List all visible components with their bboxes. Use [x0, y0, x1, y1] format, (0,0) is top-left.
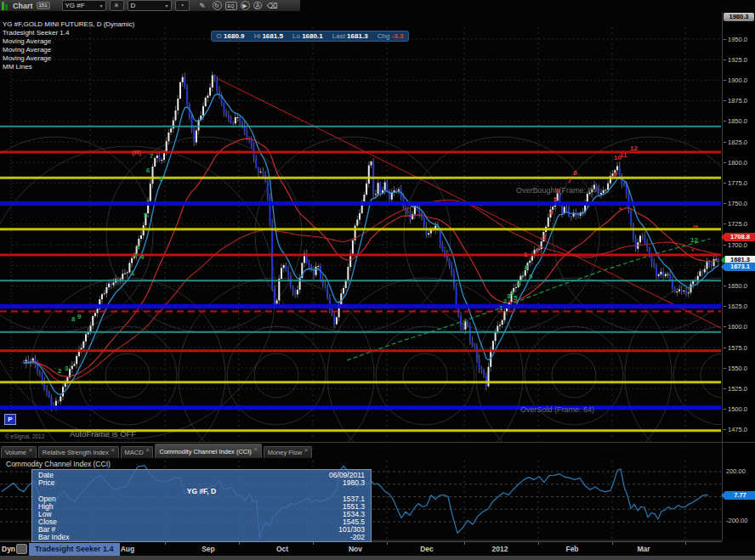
- green-count-label: 3: [136, 243, 140, 251]
- time-settings-button[interactable]: ◔: [175, 0, 190, 11]
- close-icon[interactable]: ×: [254, 446, 258, 452]
- pointer-price-badge: 1980.3: [724, 13, 754, 21]
- tab-relative-strength-index[interactable]: Relative Strength Index×: [38, 446, 119, 458]
- replay-button[interactable]: ▶: [241, 1, 250, 10]
- red-count-label: 2: [536, 246, 540, 254]
- interval-combo[interactable]: D ▾: [128, 0, 172, 11]
- auto-button[interactable]: Ⓐ: [253, 1, 263, 10]
- tooltip-barindex-label: Bar Index: [38, 534, 69, 541]
- legend-mm-lines: MM Lines: [3, 63, 134, 71]
- month-label-nov: Nov: [349, 545, 362, 553]
- close-icon[interactable]: ×: [29, 447, 32, 453]
- candle-wicks: [24, 71, 718, 411]
- ohlc-info-bar: O 1680.9 Hi 1681.5 Lo 1680.1 Last 1681.3…: [211, 31, 409, 42]
- green-count-label: 5: [514, 294, 518, 302]
- month-tick: [685, 542, 686, 545]
- month-label-feb: Feb: [565, 545, 578, 553]
- green-count-label: 7: [520, 274, 525, 281]
- green-count-label: 7: [150, 152, 154, 160]
- cci-axis-top-tick: 200.00: [726, 467, 746, 475]
- close-icon[interactable]: ×: [304, 447, 308, 453]
- red-count-label: 9: [613, 171, 617, 178]
- tab-macd[interactable]: MACD×: [121, 446, 154, 458]
- symbol-value: YG #F: [65, 2, 89, 9]
- price-badge-1708.8: 1708.8: [725, 233, 755, 241]
- cci-axis[interactable]: 200.00 -200.00 7.77: [722, 459, 755, 541]
- tab-money-flow[interactable]: Money Flow×: [264, 446, 312, 458]
- auto-icon: Ⓐ: [253, 0, 262, 12]
- price-tick: 1850.0: [723, 117, 755, 125]
- interval-value: D: [131, 2, 155, 9]
- green-count-label: 5: [144, 212, 148, 219]
- autoframe-status: AutoFrame is OFF: [70, 429, 136, 438]
- symbol-combo[interactable]: YG #F ▾: [62, 0, 106, 11]
- green-count-label: 1: [499, 304, 503, 312]
- erase-button[interactable]: ⌫: [266, 2, 279, 10]
- copyright-label: © eSignal, 2012: [5, 433, 44, 439]
- quote-icon: EQ: [228, 3, 235, 8]
- clock-icon: ◔: [180, 2, 184, 9]
- cci-panel-title: Commodity Channel Index (CCI): [6, 460, 111, 468]
- toolbar: Chart 151 YG #F ▾ ✳ D ▾ ◔ ✎ ↻ EQ ▶ Ⓐ ⌫: [0, 0, 300, 11]
- month-label-mar: Mar: [637, 545, 650, 553]
- green-count-label: 1: [131, 269, 135, 277]
- app-icon: [2, 2, 9, 10]
- oversold-label: OverSold (Frame: 64): [520, 405, 594, 414]
- change-label: Chg: [378, 32, 390, 40]
- open-value: 1680.9: [224, 32, 244, 40]
- draw-tool-button[interactable]: ✎: [196, 2, 209, 10]
- red-count-label: 7: [568, 177, 572, 184]
- up-candles: [26, 76, 718, 408]
- red-count-label: 1: [524, 251, 528, 258]
- tab-volume[interactable]: Volume×: [1, 446, 37, 458]
- price-tick: 1475.0: [723, 426, 755, 433]
- red-count-label: 8: [573, 169, 577, 177]
- legend-moving-average-3: Moving Average: [3, 54, 134, 63]
- close-icon[interactable]: ×: [111, 447, 115, 453]
- red-count-label: 3: [542, 234, 547, 241]
- price-tick: 1825.0: [723, 139, 755, 146]
- quote-board-button[interactable]: EQ: [225, 2, 237, 10]
- tab-commodity-channel-index-cci-[interactable]: Commodity Channel Index (CCI)×: [155, 444, 261, 458]
- tab-label: Commodity Channel Index (CCI): [159, 448, 251, 455]
- green-count-label: 6: [146, 167, 150, 174]
- tooltip-barindex-value: -202: [350, 534, 365, 541]
- month-tick: [387, 542, 388, 545]
- dynamic-mode-label[interactable]: Dyn: [2, 545, 15, 553]
- price-tick: 1650.0: [723, 282, 755, 290]
- green-trend-curve: [347, 239, 710, 360]
- eraser-icon: ⌫: [267, 2, 278, 10]
- reload-button[interactable]: ↻: [213, 1, 222, 10]
- price-chart-canvas[interactable]: 12345679238912345678912123456789101112(R…: [0, 12, 721, 442]
- price-tick: 1525.0: [723, 385, 755, 393]
- tooltip-symbol-header: YG #F, D: [38, 487, 365, 495]
- low-value: 1680.1: [302, 32, 322, 40]
- last-label: Last: [332, 32, 345, 40]
- overbought-label: OverBought (Frame: 64): [516, 186, 599, 195]
- statusbar-app-label: Tradesight Seeker 1.4: [29, 543, 120, 556]
- cci-value-badge: 7.77: [725, 491, 755, 500]
- candlesticks: [23, 71, 719, 411]
- low-label: Lo: [292, 32, 300, 40]
- price-tick: 1775.0: [723, 179, 755, 187]
- month-tick: [239, 542, 240, 545]
- mode-icon[interactable]: [16, 544, 27, 554]
- month-tick: [612, 542, 613, 545]
- play-icon: ▶: [242, 3, 247, 9]
- legend-moving-average-1: Moving Average: [3, 37, 134, 46]
- period-marker-badge[interactable]: P: [4, 414, 16, 425]
- price-tick: 1625.0: [723, 303, 755, 310]
- gear-icon: ✳: [114, 2, 120, 9]
- high-value: 1681.5: [262, 32, 282, 40]
- legend-symbol-line: YG #F,GOLD MINI FUTURES, D (Dynamic): [3, 20, 134, 29]
- chart-legend: YG #F,GOLD MINI FUTURES, D (Dynamic) Tra…: [3, 20, 134, 71]
- price-tick: 1875.0: [723, 97, 755, 105]
- tab-label: Volume: [5, 449, 26, 456]
- legend-study-seeker: Tradesight Seeker 1.4: [3, 29, 134, 37]
- month-tick: [165, 542, 166, 545]
- close-icon[interactable]: ×: [146, 447, 150, 453]
- red-count-label: 11: [620, 151, 627, 159]
- window-bottom-edge: [0, 556, 755, 560]
- symbol-settings-button[interactable]: ✳: [110, 0, 124, 11]
- red-count-label: 4: [549, 209, 553, 217]
